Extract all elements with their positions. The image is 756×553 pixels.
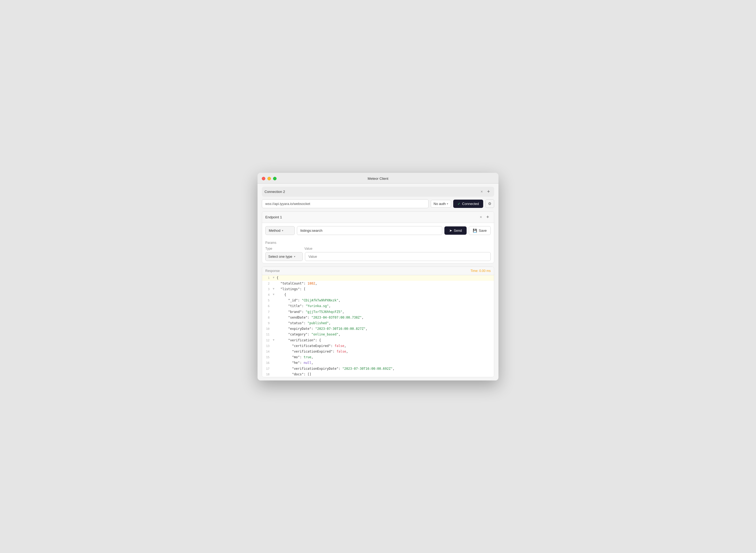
time-value: 0.00 ms [479, 269, 491, 273]
method-dropdown[interactable]: Method ▾ [265, 226, 295, 235]
chevron-down-icon: ▾ [294, 255, 295, 258]
connected-label: Connected [462, 202, 479, 206]
params-header: Type Value [265, 247, 491, 250]
auth-label: No auth [434, 202, 446, 206]
endpoint-panel: Endpoint 1 × + Method ▾ ➤ Send [262, 212, 494, 263]
code-line: 16 "he": null, [262, 360, 494, 366]
tab-label: Connection 2 [265, 190, 478, 194]
params-row: Select one type ▾ [265, 252, 491, 261]
code-line: 2 "totalCount": 1802, [262, 281, 494, 287]
endpoint-close-button[interactable]: × [479, 214, 483, 220]
connected-button[interactable]: ✓ Connected [453, 200, 483, 208]
url-input[interactable] [262, 199, 429, 208]
code-line: 14 "verificationExpired": false, [262, 349, 494, 354]
tab-close-button[interactable]: × [479, 189, 484, 194]
value-column-header: Value [304, 247, 312, 250]
endpoint-title: Endpoint 1 [265, 215, 477, 219]
check-icon: ✓ [458, 202, 460, 206]
response-time: Time: 0.00 ms [470, 269, 491, 273]
method-label: Method [269, 229, 280, 233]
minimize-traffic-light[interactable] [267, 177, 271, 180]
url-row: No auth ▾ ✓ Connected ⚙ [262, 199, 494, 208]
param-value-input[interactable] [305, 252, 491, 261]
tab-add-button[interactable]: + [485, 188, 491, 195]
window-title: Meteor Client [368, 176, 388, 180]
response-header: Response Time: 0.00 ms [262, 267, 494, 275]
code-line: 7 "brand": "gjjTxrT5J6hhqcFZ5", [262, 309, 494, 315]
settings-button[interactable]: ⚙ [485, 199, 494, 208]
params-label: Params [265, 241, 491, 245]
app-window: Meteor Client Connection 2 × + No auth ▾… [258, 173, 498, 381]
code-line: 18 "docs": [] [262, 372, 494, 377]
endpoint-body: Method ▾ ➤ Send 💾 Save [262, 223, 494, 241]
chevron-down-icon: ▾ [447, 202, 448, 205]
response-label: Response [265, 269, 280, 273]
code-line: 4 ▼ { [262, 292, 494, 298]
code-line: 17 "verificationExpiryDate": "2023-07-30… [262, 366, 494, 372]
save-icon: 💾 [473, 229, 477, 233]
tab-bar: Connection 2 × + [262, 187, 494, 196]
main-content: Connection 2 × + No auth ▾ ✓ Connected ⚙… [258, 183, 498, 381]
close-traffic-light[interactable] [262, 177, 265, 180]
auth-select[interactable]: No auth ▾ [431, 200, 451, 208]
code-line: 12 ▼ "verification": { [262, 337, 494, 343]
code-line: 1 ▼ { [262, 275, 494, 281]
endpoint-add-button[interactable]: + [485, 214, 491, 221]
code-line: 15 "mo": true, [262, 354, 494, 360]
method-row: Method ▾ ➤ Send 💾 Save [265, 226, 491, 235]
code-block[interactable]: 1 ▼ { 2 "totalCount": 1802, 3 ▼ "listing… [262, 275, 494, 377]
type-select-dropdown[interactable]: Select one type ▾ [265, 252, 303, 261]
endpoint-header: Endpoint 1 × + [262, 212, 494, 223]
send-button[interactable]: ➤ Send [444, 226, 467, 235]
endpoint-name-input[interactable] [297, 226, 442, 235]
title-bar: Meteor Client [258, 173, 498, 183]
send-label: Send [454, 229, 462, 233]
code-line: 11 "category": "online_based", [262, 332, 494, 337]
code-line: 13 "certificateExpired": false, [262, 343, 494, 349]
code-line: 10 "expiryDate": "2023-07-30T16:00:00.82… [262, 326, 494, 332]
chevron-down-icon: ▾ [282, 229, 283, 232]
traffic-lights [262, 177, 277, 180]
code-line: 5 "_id": "CDijAfkTw9hPXNxzk", [262, 298, 494, 303]
response-section: Response Time: 0.00 ms 1 ▼ { 2 "total [262, 266, 494, 377]
params-section: Params Type Value Select one type ▾ [262, 241, 494, 263]
code-line: 8 "sendDate": "2023-04-03T07:00:00.738Z"… [262, 315, 494, 320]
type-column-header: Type [265, 247, 272, 250]
code-line: 9 "status": "published", [262, 320, 494, 326]
type-select-label: Select one type [268, 254, 292, 258]
gear-icon: ⚙ [488, 202, 491, 206]
code-line: 3 ▼ "listings": [ [262, 287, 494, 292]
maximize-traffic-light[interactable] [273, 177, 277, 180]
send-icon: ➤ [449, 229, 452, 233]
save-label: Save [479, 229, 487, 233]
code-line: 6 "title": "Yurinka.sg", [262, 303, 494, 309]
save-button[interactable]: 💾 Save [469, 226, 491, 235]
time-label: Time: [470, 269, 478, 273]
